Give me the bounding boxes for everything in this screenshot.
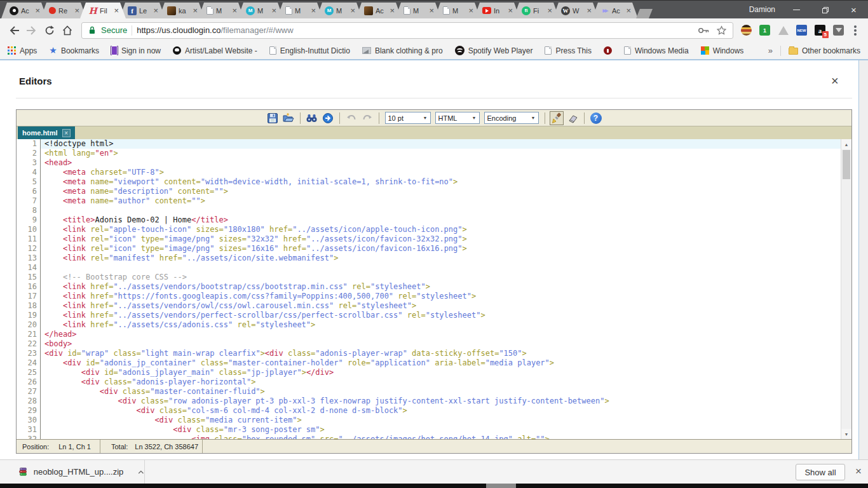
bookmark-item[interactable]: Spotify Web Player (455, 46, 533, 55)
bookmarks-overflow-chevron[interactable]: » (768, 46, 773, 55)
line-code[interactable]: </head> (40, 330, 851, 339)
tab-close-icon[interactable]: × (232, 7, 237, 14)
line-code[interactable]: <meta name="viewport" content="width=dev… (40, 177, 851, 187)
amazon-extension-icon[interactable]: a5 (815, 25, 825, 36)
tab-close-icon[interactable]: × (468, 7, 473, 14)
tab-close-icon[interactable]: × (508, 7, 513, 14)
line-code[interactable]: <!-- Bootstrap core CSS --> (40, 273, 851, 282)
new-extension-icon[interactable]: NEW (796, 25, 807, 36)
bookmark-item[interactable]: Blank clothing & pro (362, 46, 443, 55)
line-code[interactable]: <div id="adonis_jplayer_main" class="jp-… (40, 368, 851, 377)
tab-close-icon[interactable]: × (547, 7, 552, 14)
downloads-close-icon[interactable]: × (855, 466, 862, 477)
line-code[interactable]: <html lang="en"> (40, 149, 851, 158)
find-button[interactable] (305, 111, 319, 125)
browser-tab[interactable]: M× (435, 3, 480, 18)
tab-close-icon[interactable]: × (350, 7, 355, 14)
line-code[interactable]: <link href="../assets/css/adonis.css" re… (40, 320, 851, 330)
browser-tab[interactable]: WW× (553, 3, 599, 18)
tab-close-icon[interactable]: × (271, 7, 276, 14)
editors-panel-close-icon[interactable]: × (831, 74, 839, 87)
line-code[interactable]: <body> (40, 339, 851, 349)
line-code[interactable]: <meta charset="UTF-8"> (40, 168, 851, 177)
bookmark-item[interactable] (604, 46, 612, 55)
line-code[interactable]: <link href="../assets/vendors/perfect-sc… (40, 311, 851, 320)
browser-tab[interactable]: MM× (316, 3, 362, 18)
browser-tab[interactable]: Re× (41, 3, 86, 18)
chrome-menu-icon[interactable] (854, 29, 857, 32)
line-code[interactable]: <div class="row adonis-player pt-3 pb-xx… (40, 396, 851, 406)
tab-close-icon[interactable]: × (390, 7, 395, 14)
address-bar[interactable]: Secure https://us.cloudlogin.co/filemana… (81, 22, 733, 39)
url-text[interactable]: https://us.cloudlogin.co/filemanager/#/w… (137, 25, 293, 35)
help-button[interactable]: ? (589, 111, 603, 125)
line-code[interactable]: <link rel="apple-touch-icon" sizes="180x… (40, 225, 851, 234)
line-code[interactable]: <div class="master-container-fluid"> (40, 387, 851, 396)
minimize-button[interactable] (782, 1, 811, 19)
line-code[interactable]: <meta name="author" content=""> (40, 196, 851, 206)
browser-tab[interactable]: HFil× (80, 3, 126, 18)
back-button[interactable] (5, 22, 23, 39)
line-code[interactable]: <link href="../assets/vendors/bootstrap/… (40, 282, 851, 292)
tab-close-icon[interactable]: × (74, 7, 79, 14)
browser-tab[interactable]: fLe× (119, 3, 165, 18)
bookmark-item[interactable]: Sign in now (111, 46, 161, 55)
tab-close-icon[interactable]: × (587, 7, 592, 14)
home-button[interactable] (58, 22, 76, 39)
save-button[interactable] (266, 111, 280, 125)
browser-tab[interactable]: Ac× (1, 3, 47, 18)
tab-close-icon[interactable]: × (153, 7, 158, 14)
reset-highlight-button[interactable] (566, 111, 580, 125)
tab-close-icon[interactable]: × (429, 7, 434, 14)
syntax-select[interactable]: HTML▼ (435, 112, 480, 124)
tab-close-icon[interactable]: × (193, 7, 198, 14)
tab-close-icon[interactable]: × (626, 7, 631, 14)
drive-extension-icon[interactable] (778, 25, 789, 36)
browser-tab[interactable]: In× (474, 3, 520, 18)
line-code[interactable]: <title>Adonis Demo-02 | Home</title> (40, 215, 851, 225)
new-tab-button[interactable] (636, 9, 653, 18)
open-file-button[interactable] (281, 111, 295, 125)
bookmark-star-icon[interactable] (716, 25, 727, 36)
line-code[interactable]: <link href="../assets/vendors/owl/css/ow… (40, 301, 851, 311)
download-extension-icon[interactable] (833, 25, 844, 36)
bookmark-item[interactable]: Press This (545, 46, 591, 55)
page-scrollbar-track[interactable] (858, 60, 868, 459)
editor-scrollbar[interactable]: ▲ ▼ (841, 139, 851, 439)
reload-button[interactable] (41, 22, 58, 39)
line-code[interactable] (40, 206, 851, 215)
go-to-line-button[interactable] (321, 111, 335, 125)
browser-tab[interactable]: fiFi× (513, 3, 559, 18)
scroll-up-icon[interactable]: ▲ (841, 139, 851, 149)
line-code[interactable]: <div id="adonis_jp_container" class="mas… (40, 358, 851, 368)
editor-file-tab[interactable]: home.html × (18, 126, 75, 139)
show-all-button[interactable]: Show all (796, 464, 845, 480)
line-code[interactable]: <img class="box-rounded-sm" src="../asse… (40, 435, 851, 439)
font-size-select[interactable]: 10 pt▼ (385, 112, 431, 124)
line-code[interactable]: <div class="mr-3 song-poster sm"> (40, 425, 851, 435)
browser-tab[interactable]: ▶▶Ac× (592, 3, 638, 18)
line-code[interactable]: <link rel="manifest" href="../assets/ico… (40, 254, 851, 263)
bookmark-item[interactable]: ★Bookmarks (49, 46, 99, 55)
redo-button[interactable] (360, 111, 374, 125)
tab-close-icon[interactable]: × (114, 7, 119, 14)
burger-extension-icon[interactable] (741, 25, 752, 36)
editor-tab-close-icon[interactable]: × (62, 129, 71, 137)
saved-password-key-icon[interactable] (698, 25, 710, 36)
line-code[interactable]: <head> (40, 158, 851, 168)
browser-tab[interactable]: Ac× (356, 3, 402, 18)
line-code[interactable] (40, 263, 851, 273)
scrollbar-thumb[interactable] (843, 150, 850, 179)
bookmark-item[interactable]: Windows (701, 46, 744, 55)
other-bookmarks[interactable]: Other bookmarks (789, 46, 860, 55)
line-code[interactable]: <div class="col-sm-6 col-md-4 col-xxl-2 … (40, 406, 851, 416)
download-item[interactable]: neoblog_HTML_up....zip (0, 460, 145, 484)
browser-tab[interactable]: M× (395, 3, 441, 18)
bookmark-item[interactable]: Artist/Label Website - (173, 46, 257, 55)
bookmark-item[interactable]: Windows Media (624, 46, 689, 55)
forward-button[interactable] (23, 22, 41, 39)
bookmark-item[interactable]: English-Inuttut Dictio (269, 46, 350, 55)
undo-button[interactable] (344, 111, 358, 125)
browser-tab[interactable]: MM× (238, 3, 283, 18)
browser-tab[interactable]: ka× (159, 3, 205, 18)
